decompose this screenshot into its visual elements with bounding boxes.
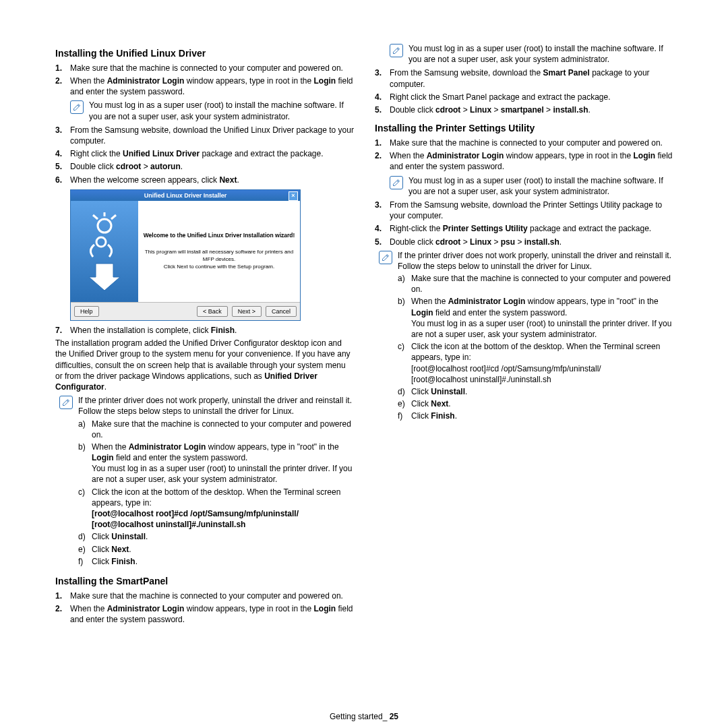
- list-item: 3.From the Samsung website, download the…: [55, 125, 355, 146]
- note-box: You must log in as a super user (root) t…: [390, 43, 674, 65]
- heading-unified-linux-driver: Installing the Unified Linux Driver: [55, 47, 355, 60]
- text: Click the icon at the bottom of the desk…: [411, 341, 674, 363]
- text: When the Administrator Login window appe…: [411, 297, 659, 317]
- text: When the Administrator Login window appe…: [92, 442, 339, 462]
- right-column: You must log in as a super user (root) t…: [375, 40, 674, 627]
- text: Click Finish.: [92, 557, 138, 566]
- list-item: f)Click Finish.: [398, 411, 674, 421]
- wizard-welcome-text: Welcome to the Unified Linux Driver Inst…: [144, 232, 295, 239]
- pencil-note-icon: [390, 44, 403, 57]
- pencil-note-icon: [70, 100, 84, 114]
- text: You must log in as a super user (root) t…: [92, 463, 355, 485]
- text: When the Administrator Login window appe…: [70, 76, 353, 96]
- left-column: Installing the Unified Linux Driver 1.Ma…: [55, 40, 355, 627]
- text: Click Finish.: [411, 411, 457, 421]
- list-item: 1.Make sure that the machine is connecte…: [375, 138, 674, 148]
- svg-point-0: [98, 219, 111, 233]
- wizard-titlebar: Unified Linux Driver Installer ×: [71, 190, 300, 201]
- wizard-body-text: Click Next to continue with the Setup pr…: [164, 264, 275, 271]
- note-text: You must log in as a super user (root) t…: [89, 100, 355, 121]
- text: When the Administrator Login window appe…: [390, 151, 673, 171]
- terminal-command: [root@localhost uninstall]#./uninstall.s…: [411, 374, 674, 385]
- text: Make sure that the machine is connected …: [70, 591, 343, 601]
- list-item: 5.Double click cdroot > Linux > psu > in…: [375, 237, 674, 247]
- text: Click Uninstall.: [92, 532, 148, 541]
- list-item: f)Click Finish.: [78, 556, 355, 567]
- list-item: 4.Right click the Smart Panel package an…: [375, 92, 674, 102]
- list-item: 4.Right click the Unified Linux Driver p…: [55, 148, 355, 159]
- note-text: If the printer driver does not work prop…: [78, 395, 355, 406]
- list-item: 1.Make sure that the machine is connecte…: [55, 590, 355, 601]
- back-button: < Back: [197, 306, 228, 317]
- wizard-side-graphic: [71, 201, 138, 302]
- note-text: Follow the steps below steps to uninstal…: [78, 406, 355, 417]
- page-footer: Getting started_ 25: [0, 712, 728, 721]
- next-button: Next >: [232, 306, 262, 317]
- list-item: 1.Make sure that the machine is connecte…: [55, 63, 355, 73]
- text: Double click cdroot > autorun.: [70, 162, 183, 171]
- text: When the welcome screen appears, click N…: [70, 175, 239, 185]
- list-item: 2. When the Administrator Login window a…: [375, 150, 674, 197]
- list-item: d)Click Uninstall.: [78, 531, 355, 542]
- text: You must log in as a super user (root) t…: [411, 318, 674, 340]
- wizard-body-text: This program will install all necessary …: [142, 249, 296, 264]
- list-item: 6.When the welcome screen appears, click…: [55, 175, 355, 185]
- note-text: Follow the steps below to uninstall the …: [398, 261, 674, 272]
- close-icon: ×: [289, 191, 298, 201]
- list-item: 3.From the Samsung website, download the…: [375, 67, 674, 89]
- heading-smartpanel: Installing the SmartPanel: [55, 575, 355, 588]
- pencil-note-icon: [390, 176, 403, 189]
- paragraph: The installation program added the Unifi…: [55, 338, 355, 392]
- installer-wizard-screenshot: Unified Linux Driver Installer ×: [70, 189, 301, 321]
- help-button: Help: [74, 306, 99, 317]
- list-item: a)Make sure that the machine is connecte…: [398, 273, 674, 295]
- note-text: If the printer driver does not work prop…: [398, 250, 674, 261]
- terminal-command: [root@localhost root]#cd /opt/Samsung/mf…: [92, 508, 355, 519]
- text: Make sure that the machine is connected …: [92, 419, 351, 439]
- note-box: You must log in as a super user (root) t…: [390, 175, 674, 197]
- pencil-note-icon: [59, 396, 73, 409]
- text: Right click the Unified Linux Driver pac…: [70, 149, 324, 158]
- text: Click Uninstall.: [411, 387, 467, 396]
- list-item: 2. When the Administrator Login window a…: [55, 75, 355, 122]
- terminal-command: [root@localhost uninstall]#./uninstall.s…: [92, 519, 355, 530]
- text: Right-click the Printer Settings Utility…: [390, 224, 651, 233]
- text: From the Samsung website, download the P…: [390, 200, 662, 220]
- note-box: You must log in as a super user (root) t…: [70, 100, 355, 121]
- text: Click the icon at the bottom of the desk…: [92, 487, 355, 508]
- text: Right click the Smart Panel package and …: [390, 92, 611, 102]
- text: Make sure that the machine is connected …: [70, 63, 343, 73]
- list-item: c) Click the icon at the bottom of the d…: [78, 487, 355, 530]
- list-item: 2.When the Administrator Login window ap…: [55, 603, 355, 625]
- list-item: a)Make sure that the machine is connecte…: [78, 419, 355, 440]
- text: When the installation is complete, click…: [70, 326, 237, 335]
- cancel-button: Cancel: [266, 306, 297, 317]
- heading-printer-settings-utility: Installing the Printer Settings Utility: [375, 122, 674, 135]
- note-box: If the printer driver does not work prop…: [379, 250, 674, 423]
- list-item: c) Click the icon at the bottom of the d…: [398, 341, 674, 385]
- text: Double click cdroot > Linux > psu > inst…: [390, 237, 562, 247]
- list-item: b) When the Administrator Login window a…: [78, 442, 355, 485]
- list-item: e)Click Next.: [398, 398, 674, 409]
- text: Make sure that the machine is connected …: [390, 138, 663, 148]
- terminal-command: [root@localhost root]#cd /opt/Samsung/mf…: [411, 363, 674, 374]
- text: Click Next.: [411, 399, 451, 408]
- document-page: Installing the Unified Linux Driver 1.Ma…: [0, 0, 728, 640]
- text: Make sure that the machine is connected …: [411, 274, 671, 294]
- list-item: d)Click Uninstall.: [398, 386, 674, 397]
- text: Click Next.: [92, 545, 131, 554]
- text: When the Administrator Login window appe…: [70, 604, 353, 624]
- text: Double click cdroot > Linux > smartpanel…: [390, 105, 590, 115]
- note-box: If the printer driver does not work prop…: [59, 395, 355, 568]
- list-item: 4.Right-click the Printer Settings Utili…: [375, 223, 674, 234]
- svg-point-4: [96, 237, 106, 247]
- list-item: e)Click Next.: [78, 544, 355, 555]
- list-item: 5.Double click cdroot > Linux > smartpan…: [375, 104, 674, 115]
- list-item: 3.From the Samsung website, download the…: [375, 200, 674, 221]
- list-item: b) When the Administrator Login window a…: [398, 296, 674, 340]
- svg-line-2: [111, 215, 116, 219]
- svg-line-1: [93, 215, 98, 219]
- list-item: 5.Double click cdroot > autorun.: [55, 161, 355, 172]
- pencil-note-icon: [379, 251, 392, 264]
- note-text: You must log in as a super user (root) t…: [408, 43, 674, 65]
